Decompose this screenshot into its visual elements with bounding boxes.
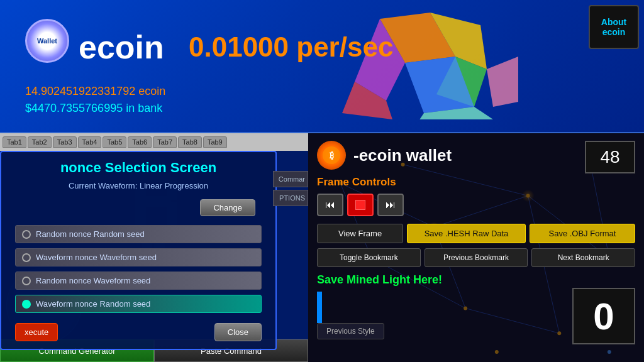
radio-circle-3 [22, 277, 31, 285]
playback-controls: ⏮ ⏭ [317, 194, 635, 216]
tab-4[interactable]: Tab4 [78, 136, 102, 148]
partial-buttons: Commar PTIONS [273, 171, 308, 206]
view-frame-button[interactable]: View Frame [317, 224, 403, 243]
save-mined-label: Save Mined Light Here! [317, 273, 635, 287]
options-button[interactable]: PTIONS [273, 190, 308, 206]
radio-label-4: Waveform nonce Random seed [36, 299, 150, 309]
radio-label-3: Random nonce Waveform seed [36, 276, 150, 285]
tab-1[interactable]: Tab1 [3, 136, 26, 148]
radio-option-3[interactable]: Random nonce Waveform seed [15, 272, 262, 290]
header-section: Wallet ecoin 0.01000 per/sec 14.90245192… [0, 0, 644, 132]
close-button[interactable]: Close [214, 323, 262, 341]
svg-text:₿: ₿ [330, 150, 334, 160]
tab-7[interactable]: Tab7 [153, 136, 177, 148]
next-bookmark-button[interactable]: Next Bookmark [531, 248, 635, 267]
tab-2[interactable]: Tab2 [28, 136, 52, 148]
radio-option-4[interactable]: Waveform nonce Random seed [15, 295, 262, 313]
radio-circle-4 [22, 300, 31, 309]
prev-bookmark-button[interactable]: Previous Bookmark [425, 248, 528, 267]
tab-9[interactable]: Tab9 [203, 136, 227, 148]
tab-3[interactable]: Tab3 [53, 136, 77, 148]
svg-point-27 [495, 350, 499, 354]
left-panel: ₿ Tab1 Tab2 Tab3 Tab4 Tab5 Tab6 Tab7 Tab… [0, 132, 308, 362]
radio-circle-1 [22, 230, 31, 239]
radio-circle-2 [22, 253, 31, 262]
stop-icon [355, 200, 365, 210]
style-progress-bar [317, 292, 322, 323]
about-button[interactable]: About ecoin [589, 5, 639, 49]
radio-options: Random nonce Random seed Waveform nonce … [9, 225, 268, 313]
forward-button[interactable]: ⏭ [377, 194, 404, 216]
svg-point-28 [608, 350, 611, 354]
balance-bank: $4470.7355766995 in bank [25, 102, 162, 115]
toggle-bookmark-button[interactable]: Toggle Bookmark [317, 248, 421, 267]
rate-display: 0.01000 per/sec [189, 31, 393, 63]
tab-6[interactable]: Tab6 [128, 136, 152, 148]
balance-ecoin: 14.902451922331792 ecoin [25, 85, 165, 98]
wallet-title: -ecoin wallet [353, 146, 452, 165]
tabs-row: Tab1 Tab2 Tab3 Tab4 Tab5 Tab6 Tab7 Tab8 … [0, 133, 308, 151]
current-waveform-label: Current Waveform: Linear Progression [9, 181, 268, 190]
nonce-title: nonce Selection Screen [9, 160, 268, 176]
about-line1: About [601, 17, 626, 27]
about-line2: ecoin [602, 27, 626, 37]
save-obj-button[interactable]: Save .OBJ Format [530, 224, 635, 243]
action-buttons-row: View Frame Save .HESH Raw Data Save .OBJ… [317, 224, 635, 243]
tab-8[interactable]: Tab8 [178, 136, 202, 148]
radio-label-2: Waveform nonce Waveform seed [36, 253, 157, 262]
ecoin-icon: ₿ [317, 141, 346, 170]
wallet-logo: Wallet [25, 19, 69, 63]
main-lower: ₿ Tab1 Tab2 Tab3 Tab4 Tab5 Tab6 Tab7 Tab… [0, 132, 644, 362]
frame-number-box: 48 [585, 141, 635, 173]
ecoin-title: ecoin [79, 28, 164, 66]
commar-button[interactable]: Commar [273, 171, 308, 187]
save-hesh-button[interactable]: Save .HESH Raw Data [407, 224, 526, 243]
radio-label-1: Random nonce Random seed [36, 229, 145, 239]
geo-decoration [330, 6, 518, 119]
bookmark-row: Toggle Bookmark Previous Bookmark Next B… [317, 248, 635, 267]
execute-button[interactable]: xecute [15, 323, 58, 341]
rewind-button[interactable]: ⏮ [317, 194, 343, 216]
right-content: ₿ -ecoin wallet 48 Frame Controls ⏮ ⏭ Vi… [308, 133, 644, 336]
change-button[interactable]: Change [200, 199, 255, 216]
dialog-bottom-row: xecute Close [9, 323, 268, 341]
radio-option-2[interactable]: Waveform nonce Waveform seed [15, 248, 262, 266]
svg-marker-7 [487, 57, 518, 107]
nonce-dialog: nonce Selection Screen Current Waveform:… [0, 151, 277, 350]
tab-5[interactable]: Tab5 [103, 136, 126, 148]
radio-option-1[interactable]: Random nonce Random seed [15, 225, 262, 243]
frame-controls-label: Frame Controls [317, 176, 635, 189]
stop-button[interactable] [347, 194, 374, 216]
right-panel: ₿ -ecoin wallet 48 Frame Controls ⏮ ⏭ Vi… [308, 132, 644, 362]
